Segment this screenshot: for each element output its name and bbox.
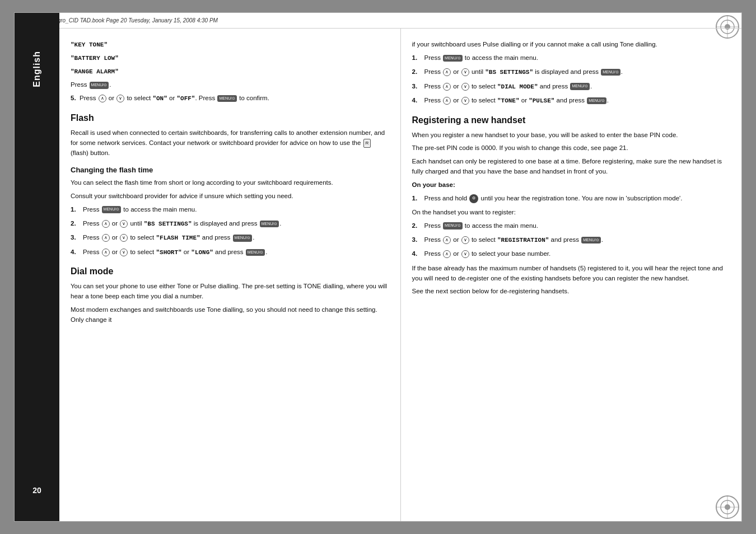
flash-step-3: 3. Press ∧ or ∨ to select "FLASH TIME" a…	[71, 233, 389, 243]
up-arrow-2-icon: ∧	[102, 220, 110, 228]
menu-btn-dial-4-icon: MENU/⊙	[587, 97, 606, 105]
sidebar-label: English	[32, 51, 42, 87]
step5-line: 5. Press ∧ or ∨ to select "ON" or "OFF".…	[71, 93, 389, 104]
menu-btn-dial-2-icon: MENU/⊙	[601, 69, 620, 76]
content-area: "KEY TONE" "BATTERY LOW" "RANGE ALARM" P…	[59, 13, 741, 521]
right-column: if your switchboard uses Pulse dialling …	[401, 29, 742, 521]
reg-handset-step-2: 2. Press MENU/⊙ to access the main menu.	[412, 221, 731, 231]
dial-steps-list: 1. Press MENU/⊙ to access the main menu.…	[412, 53, 731, 106]
dial-step-4: 4. Press ∧ or ∨ to select "TONE" or "PUL…	[412, 96, 731, 106]
menu-btn-confirm-icon: MENU/⊙	[217, 95, 237, 102]
up-arrow-dial-4-icon: ∧	[443, 97, 451, 105]
reg-para1: When you register a new handset to your …	[412, 130, 731, 140]
changing-flash-para2: Consult your switchboard provider for ad…	[71, 191, 389, 202]
down-arrow-2-icon: ∨	[120, 220, 128, 228]
down-arrow-dial-3-icon: ∨	[461, 83, 469, 91]
reg-title: Registering a new handset	[412, 114, 731, 127]
dial-step-3: 3. Press ∧ or ∨ to select "DIAL MODE" an…	[412, 82, 731, 92]
page-number: 20	[26, 482, 48, 499]
reg-hold-btn-icon: ⊙	[469, 194, 478, 203]
reg-para3: Each handset can only be registered to o…	[412, 157, 731, 177]
menu-btn-dial-3-icon: MENU/⊙	[570, 83, 590, 90]
down-arrow-dial-2-icon: ∨	[461, 68, 469, 76]
reg-handset-step-4: 4. Press ∧ or ∨ to select your base numb…	[412, 249, 731, 259]
changing-flash-para1: You can select the flash time from short…	[71, 178, 389, 188]
flash-step-1: 1. Press MENU/⊙ to access the main menu.	[71, 205, 389, 214]
dial-step-2: 2. Press ∧ or ∨ until "BS SETTINGS" is d…	[412, 67, 731, 77]
up-arrow-reg-3-icon: ∧	[443, 236, 451, 244]
corner-decoration-br	[713, 493, 741, 521]
menu-btn-reg-3-icon: MENU/⊙	[581, 237, 601, 244]
down-arrow-reg-4-icon: ∨	[461, 250, 469, 258]
up-arrow-4-icon: ∧	[102, 249, 110, 256]
up-arrow-3-icon: ∧	[102, 234, 110, 242]
page-container: Allegro_CID TAD.book Page 20 Tuesday, Ja…	[14, 12, 742, 522]
reg-para4: If the base already has the maximum numb…	[412, 264, 731, 284]
menu-btn-4-icon: MENU/⊙	[246, 249, 265, 256]
down-arrow-4-icon: ∨	[120, 249, 128, 256]
up-arrow-dial-2-icon: ∧	[443, 68, 451, 76]
dial-mode-continued: if your switchboard uses Pulse dialling …	[412, 40, 731, 50]
menu-btn-reg-2-icon: MENU/⊙	[443, 222, 463, 229]
down-arrow-dial-4-icon: ∨	[461, 97, 469, 105]
reg-base-step-1: 1. Press and hold ⊙ until you hear the r…	[412, 194, 731, 203]
flash-step-4: 4. Press ∧ or ∨ to select "SHORT" or "LO…	[71, 247, 389, 257]
flash-steps-list: 1. Press MENU/⊙ to access the main menu.…	[71, 205, 389, 257]
menu-btn-2-icon: MENU/⊙	[260, 221, 279, 228]
range-alarm-item: "RANGE ALARM"	[71, 67, 389, 77]
menu-button-icon: MENU/⊙	[90, 82, 109, 89]
reg-para2: The pre-set PIN code is 0000. If you wis…	[412, 143, 731, 153]
changing-flash-title: Changing the flash time	[71, 165, 389, 176]
up-arrow-reg-4-icon: ∧	[443, 250, 451, 258]
menu-btn-3-icon: MENU/⊙	[233, 235, 253, 242]
flash-button-icon: R	[363, 139, 371, 148]
battery-low-item: "BATTERY LOW"	[71, 53, 389, 63]
key-tone-item: "KEY TONE"	[71, 40, 389, 50]
dial-mode-title: Dial mode	[71, 265, 389, 278]
down-arrow-reg-3-icon: ∨	[461, 236, 469, 244]
up-arrow-icon: ∧	[99, 95, 106, 102]
left-column: "KEY TONE" "BATTERY LOW" "RANGE ALARM" P…	[59, 29, 401, 521]
flash-step-2: 2. Press ∧ or ∨ until "BS SETTINGS" is d…	[71, 219, 389, 229]
menu-btn-1-icon: MENU/⊙	[102, 206, 122, 213]
dial-mode-para2: Most modern exchanges and switchboards u…	[71, 305, 389, 325]
sidebar: English 20	[15, 13, 59, 521]
menu-btn-dial-1-icon: MENU/⊙	[443, 55, 463, 62]
reg-para5: See the next section below for de-regist…	[412, 287, 731, 297]
reg-handset-step-3: 3. Press ∧ or ∨ to select "REGISTRATION"…	[412, 235, 731, 245]
down-arrow-3-icon: ∨	[120, 234, 128, 242]
reg-base-steps: 1. Press and hold ⊙ until you hear the r…	[412, 194, 731, 203]
header-bar: Allegro_CID TAD.book Page 20 Tuesday, Ja…	[15, 13, 741, 29]
header-text: Allegro_CID TAD.book Page 20 Tuesday, Ja…	[48, 17, 218, 24]
dial-mode-para1: You can set your phone to use either Ton…	[71, 282, 389, 302]
flash-title: Flash	[71, 111, 389, 125]
up-arrow-dial-3-icon: ∧	[443, 83, 451, 91]
reg-on-base: On your base:	[412, 180, 731, 190]
reg-handset-steps: 2. Press MENU/⊙ to access the main menu.…	[412, 221, 731, 259]
reg-on-handset: On the handset you want to register:	[412, 208, 731, 218]
down-arrow-icon: ∨	[116, 95, 124, 102]
dial-step-1: 1. Press MENU/⊙ to access the main menu.	[412, 53, 731, 63]
flash-para1: Recall is used when connected to certain…	[71, 128, 389, 158]
press-menu-line: Press MENU/⊙.	[71, 80, 389, 90]
